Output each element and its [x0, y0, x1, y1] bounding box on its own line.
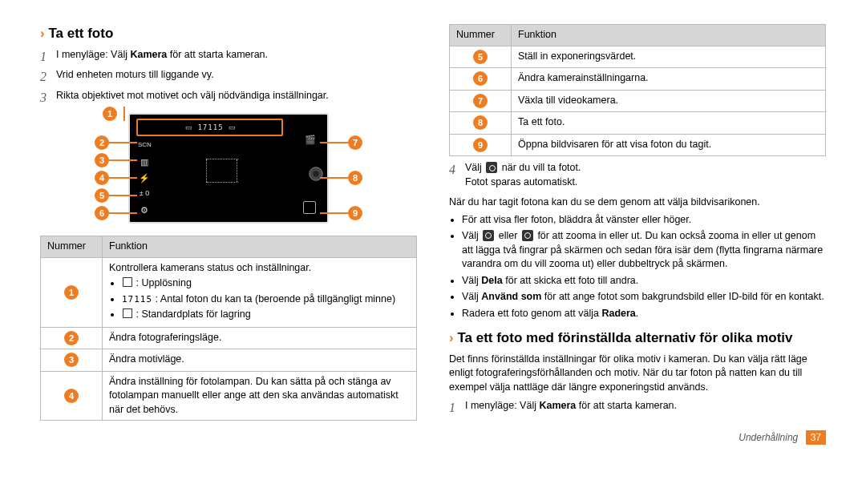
- badge-8: 8: [473, 115, 488, 130]
- chevron-icon: ›: [449, 330, 454, 345]
- badge-5: 5: [95, 188, 109, 203]
- th-number: Nummer: [41, 236, 103, 258]
- zoom-out-icon: [522, 230, 533, 241]
- heading-preset-scenes: › Ta ett foto med förinställda alternati…: [449, 329, 826, 348]
- callout-7: 7: [320, 135, 362, 150]
- list-item: Radera ett foto genom att välja Radera.: [462, 307, 826, 321]
- step-subtext: Fotot sparas automatiskt.: [465, 175, 826, 190]
- badge-3: 3: [95, 153, 109, 167]
- step-number: 1: [449, 399, 465, 417]
- step-number: 2: [40, 68, 56, 86]
- heading-text: Ta ett foto: [48, 26, 113, 41]
- th-function: Funktion: [103, 236, 417, 258]
- camera-screen: ▭17115▭ SCN ▥ ⚡ ± 0 ⚙ 🎬: [128, 113, 329, 224]
- function-table-left: Nummer Funktion 1 Kontrollera kamerans s…: [40, 236, 417, 421]
- badge-1: 1: [64, 285, 79, 300]
- badge-3: 3: [64, 353, 79, 367]
- table-row: Ändra fotograferingsläge.: [103, 327, 417, 349]
- callout-5: 5: [95, 188, 137, 203]
- table-row: Ställ in exponeringsvärdet.: [512, 46, 826, 68]
- table-row: Ändra kamerainställningarna.: [512, 68, 826, 91]
- status-bar-highlight: ▭17115▭: [136, 119, 283, 136]
- list-item: För att visa fler foton, bläddra åt väns…: [462, 213, 826, 228]
- callout-3: 3: [95, 153, 137, 167]
- focus-brackets: [206, 159, 238, 183]
- preset-scenes-paragraph: Det finns förinställda inställningar för…: [449, 353, 826, 395]
- video-icon: 🎬: [304, 134, 317, 146]
- table-row: Öppna bildvisaren för att visa foton du …: [512, 134, 826, 156]
- badge-2: 2: [64, 331, 79, 345]
- svg-point-1: [313, 171, 318, 176]
- th-function: Funktion: [512, 25, 826, 46]
- table-row: Ändra motivläge.: [103, 349, 417, 372]
- list-item: Välj eller för att zooma in eller ut. Du…: [462, 229, 826, 272]
- callout-8: 8: [320, 171, 362, 185]
- callout-2: 2: [95, 135, 137, 150]
- page-number: 37: [806, 430, 826, 446]
- badge-4: 4: [95, 171, 109, 185]
- callout-4: 4: [95, 171, 137, 185]
- badge-6: 6: [473, 71, 488, 86]
- table-row: Ta ett foto.: [512, 112, 826, 135]
- count-icon: 17115: [122, 294, 152, 304]
- page-footer: Underhållning 37: [449, 430, 826, 446]
- storage-icon: [123, 308, 132, 318]
- section-label: Underhållning: [739, 432, 798, 443]
- step-number: 4: [449, 161, 465, 179]
- scene-icon: SCN: [138, 140, 151, 149]
- badge-7: 7: [348, 135, 362, 150]
- heading-text: Ta ett foto med förinställda alternativ …: [457, 330, 792, 345]
- badge-9: 9: [348, 206, 362, 220]
- zoom-in-icon: [483, 230, 494, 241]
- badge-1: 1: [103, 107, 117, 121]
- camera-diagram: ▭17115▭ SCN ▥ ⚡ ± 0 ⚙ 🎬 1: [40, 113, 417, 228]
- camera-icon: [486, 162, 497, 173]
- table-row: Växla till videokamera.: [512, 90, 826, 112]
- badge-6: 6: [95, 206, 109, 220]
- step-number: 1: [40, 48, 56, 66]
- function-table-right: Nummer Funktion 5 Ställ in exponeringsvä…: [449, 24, 826, 156]
- shutter-icon: [307, 165, 320, 186]
- list-item: Välj Dela för att skicka ett foto till a…: [462, 274, 826, 288]
- resolution-icon: [123, 277, 132, 287]
- callout-9: 9: [320, 206, 362, 220]
- steps-left: 1 I menyläge: Välj Kamera för att starta…: [40, 48, 417, 107]
- table-row: Kontrollera kamerans status och inställn…: [103, 257, 417, 327]
- table-row: Ändra inställning för fotolampan. Du kan…: [103, 371, 417, 421]
- step-number: 3: [40, 89, 56, 107]
- exposure-icon: ± 0: [138, 188, 151, 199]
- heading-ta-ett-foto: › Ta ett foto: [40, 24, 417, 43]
- tips-list: För att visa fler foton, bläddra åt väns…: [449, 213, 826, 321]
- list-item: Välj Använd som för att ange fotot som b…: [462, 290, 826, 304]
- badge-4: 4: [64, 389, 79, 403]
- badge-7: 7: [473, 94, 488, 108]
- th-number: Nummer: [450, 25, 512, 46]
- chevron-icon: ›: [40, 26, 45, 41]
- flash-icon: ⚡: [138, 172, 151, 184]
- mode-icon: ▥: [138, 156, 151, 168]
- badge-5: 5: [473, 50, 488, 64]
- step-text: Vrid enheten moturs till liggande vy.: [56, 68, 417, 83]
- step-text: Rikta objektivet mot motivet och välj nö…: [56, 89, 417, 103]
- settings-icon: ⚙: [138, 204, 151, 216]
- step-text: I menyläge: Välj Kamera för att starta k…: [465, 399, 826, 413]
- callout-6: 6: [95, 206, 137, 220]
- post-photo-paragraph: När du har tagit fotona kan du se dem ge…: [449, 196, 826, 210]
- badge-2: 2: [95, 135, 109, 150]
- steps-right2: 1 I menyläge: Välj Kamera för att starta…: [449, 399, 826, 417]
- gallery-icon: [303, 201, 316, 214]
- step-text: I menyläge: Välj Kamera för att starta k…: [56, 48, 417, 62]
- callout-1: 1: [103, 107, 125, 121]
- step-text: Välj när du vill ta fotot. Fotot sparas …: [465, 161, 826, 189]
- badge-8: 8: [348, 171, 362, 185]
- badge-9: 9: [473, 138, 488, 152]
- step-4: 4 Välj när du vill ta fotot. Fotot spara…: [449, 161, 826, 189]
